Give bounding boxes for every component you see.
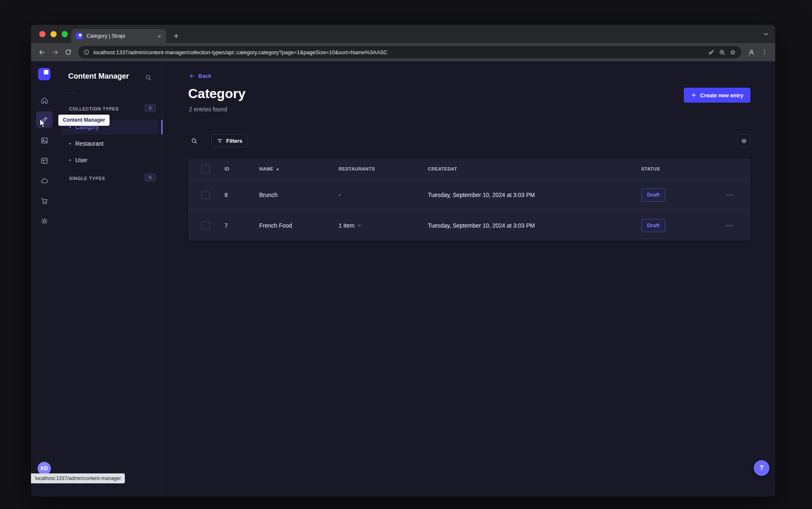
sidebar-item-restaurant[interactable]: • Restaurant (61, 136, 158, 151)
sidebar-search-icon[interactable] (142, 71, 154, 84)
browser-tab[interactable]: Category | Strapi × (71, 29, 166, 43)
arrow-left-icon (189, 73, 195, 79)
table-header-row: ID NAME▲ RESTAURANTS CREATEDAT STATUS (188, 158, 750, 179)
list-view-main: Back Category 2 entries found Create new… (162, 61, 775, 497)
create-new-entry-button[interactable]: Create new entry (684, 88, 750, 103)
bullet-icon: • (69, 158, 71, 162)
minimize-window-button[interactable] (50, 31, 57, 37)
sidebar-item-label: Restaurant (75, 140, 103, 147)
nav-content-type-builder-icon[interactable] (36, 152, 53, 169)
password-key-icon[interactable] (708, 49, 715, 56)
browser-window: Category | Strapi × + local (31, 25, 775, 497)
collection-types-label: COLLECTION TYPES (69, 106, 119, 111)
cell-restaurants[interactable]: 1 item (332, 222, 421, 229)
main-nav-rail: KD (31, 61, 58, 497)
close-window-button[interactable] (39, 31, 45, 37)
nav-deploy-cloud-icon[interactable] (36, 172, 53, 189)
create-new-entry-label: Create new entry (700, 92, 743, 98)
bookmark-star-icon[interactable] (729, 49, 736, 56)
new-tab-button[interactable]: + (170, 30, 182, 42)
collection-types-count-badge: 3 (144, 104, 156, 112)
nav-home-icon[interactable] (36, 92, 53, 108)
sidebar-title: Content Manager (68, 72, 129, 81)
entries-table: ID NAME▲ RESTAURANTS CREATEDAT STATUS 8 … (188, 158, 750, 240)
entries-count-text: 2 entries found (189, 106, 227, 113)
filters-label: Filters (226, 138, 242, 144)
profile-avatar-icon[interactable] (745, 46, 758, 59)
header-status[interactable]: STATUS (635, 166, 709, 171)
desktop: Category | Strapi × + local (0, 0, 812, 509)
window-controls (39, 31, 68, 37)
back-link[interactable]: Back (189, 73, 211, 79)
browser-tab-strip: Category | Strapi × + (31, 25, 775, 43)
page-title: Category (188, 86, 246, 101)
nav-marketplace-cart-icon[interactable] (36, 192, 53, 209)
select-all-checkbox[interactable] (201, 165, 210, 173)
single-types-count-badge: 0 (144, 173, 156, 182)
cell-id: 8 (218, 192, 253, 198)
url-text[interactable]: localhost:1337/admin/content-manager/col… (93, 49, 704, 55)
browser-toolbar: localhost:1337/admin/content-manager/col… (31, 43, 775, 61)
cell-name: French Food (253, 222, 332, 229)
link-status-bubble: localhost:1337/admin/content-manager (31, 473, 125, 483)
header-createdat[interactable]: CREATEDAT (421, 166, 635, 171)
table-row[interactable]: 7 French Food 1 item Tuesday, September … (188, 210, 750, 240)
sidebar-divider (68, 93, 78, 93)
content-manager-sidebar: Content Manager COLLECTION TYPES 3 • Cat… (57, 61, 163, 497)
row-checkbox[interactable] (201, 191, 210, 199)
header-id[interactable]: ID (218, 166, 253, 171)
sidebar-item-user[interactable]: • User (61, 153, 158, 168)
maximize-window-button[interactable] (62, 31, 68, 37)
zoom-icon[interactable] (719, 49, 726, 56)
back-label: Back (198, 73, 211, 79)
cell-createdat: Tuesday, September 10, 2024 at 3:03 PM (421, 192, 635, 198)
header-name[interactable]: NAME▲ (253, 166, 332, 171)
strapi-admin-app: KD Content Manager COLLECTION TYPES 3 • … (31, 61, 775, 497)
row-actions-icon[interactable]: ⋯ (723, 190, 736, 200)
site-info-icon[interactable] (83, 49, 90, 55)
nav-content-manager-icon[interactable] (36, 111, 53, 128)
cell-id: 7 (218, 222, 253, 229)
filter-icon (217, 138, 223, 144)
row-checkbox[interactable] (201, 221, 210, 230)
cell-name: Brunch (253, 192, 332, 198)
tab-title: Category | Strapi (86, 33, 154, 39)
plus-icon (691, 92, 697, 98)
tab-search-chevron-icon[interactable] (763, 29, 769, 39)
chevron-down-icon (357, 223, 362, 228)
single-types-label: SINGLE TYPES (69, 176, 105, 181)
forward-icon[interactable] (48, 46, 62, 59)
bullet-icon: • (69, 142, 71, 146)
status-badge: Draft (641, 219, 665, 232)
sort-asc-icon: ▲ (276, 167, 279, 171)
filters-button[interactable]: Filters (211, 134, 248, 147)
sidebar-item-label: User (75, 157, 88, 163)
tab-close-icon[interactable]: × (158, 33, 161, 39)
row-actions-icon[interactable]: ⋯ (723, 220, 736, 230)
table-search-icon[interactable] (187, 134, 201, 147)
view-settings-gear-icon[interactable] (737, 134, 750, 147)
cell-createdat: Tuesday, September 10, 2024 at 3:03 PM (421, 222, 635, 229)
help-button[interactable]: ? (754, 460, 769, 476)
address-bar[interactable]: localhost:1337/admin/content-manager/col… (78, 46, 741, 58)
strapi-logo[interactable] (38, 68, 50, 80)
browser-menu-kebab-icon[interactable] (758, 46, 771, 59)
status-badge: Draft (641, 188, 665, 202)
strapi-favicon-icon (76, 33, 83, 39)
nav-media-library-icon[interactable] (36, 132, 53, 149)
reload-icon[interactable] (62, 46, 75, 59)
nav-settings-gear-icon[interactable] (36, 213, 53, 229)
header-restaurants[interactable]: RESTAURANTS (332, 166, 421, 171)
content-manager-tooltip: Content Manager (58, 115, 110, 126)
cell-restaurants: - (332, 192, 421, 198)
table-row[interactable]: 8 Brunch - Tuesday, September 10, 2024 a… (188, 179, 750, 210)
back-icon[interactable] (35, 46, 48, 59)
